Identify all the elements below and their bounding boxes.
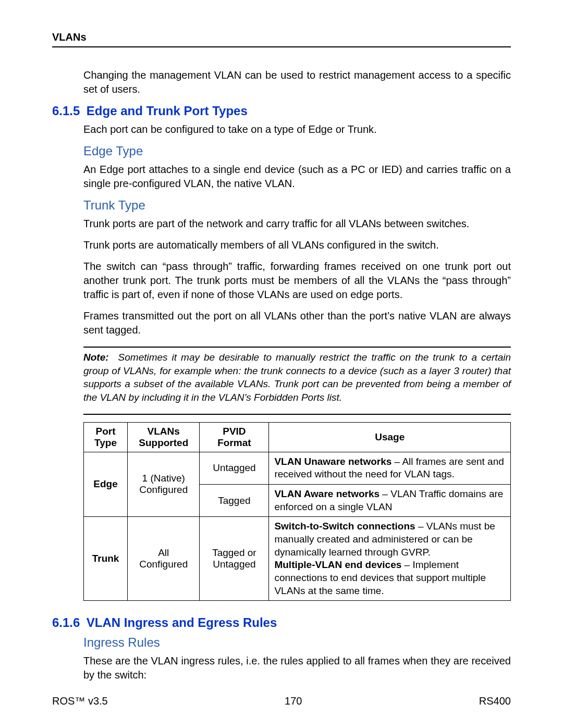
- section-number: 6.1.5: [52, 104, 80, 118]
- cell-trunk-vlans: All Configured: [128, 517, 200, 601]
- table-row: Trunk All Configured Tagged or Untagged …: [84, 517, 511, 601]
- section-number: 6.1.6: [52, 615, 80, 630]
- edge-type-title: Edge Type: [83, 144, 511, 158]
- trunk-vlans-l1: All: [158, 547, 169, 558]
- cell-edge-usage-1: VLAN Unaware networks – All frames are s…: [269, 452, 511, 484]
- table-row: Edge 1 (Native) Configured Untagged VLAN…: [84, 452, 511, 484]
- trunk-vlans-l2: Configured: [139, 559, 188, 570]
- cell-trunk-port: Trunk: [84, 517, 128, 601]
- section-6-1-6-heading: 6.1.6 VLAN Ingress and Egress Rules: [52, 615, 511, 630]
- trunk-usage2-bold: Multiple-VLAN end devices: [274, 559, 401, 570]
- cell-edge-usage-2: VLAN Aware networks – VLAN Traffic domai…: [269, 484, 511, 516]
- section-6-1-6-body: Ingress Rules These are the VLAN ingress…: [83, 635, 511, 682]
- th-usage: Usage: [269, 422, 511, 452]
- cell-edge-pvid-untagged: Untagged: [200, 452, 269, 484]
- page: VLANs Changing the management VLAN can b…: [0, 0, 563, 728]
- th-vlans-supported: VLANs Supported: [128, 422, 200, 452]
- note-rule-top: [83, 347, 511, 348]
- cell-trunk-usage: Switch-to-Switch connections – VLANs mus…: [269, 517, 511, 601]
- cell-edge-pvid-tagged: Tagged: [200, 484, 269, 516]
- trunk-type-p1: Trunk ports are part of the network and …: [83, 217, 511, 231]
- ingress-rules-p1: These are the VLAN ingress rules, i.e. t…: [83, 654, 511, 682]
- note-text: Sometimes it may be desirable to manuall…: [83, 352, 511, 403]
- trunk-type-title: Trunk Type: [83, 198, 511, 213]
- page-header-title: VLANs: [52, 31, 511, 43]
- table-header-row: Port Type VLANs Supported PVID Format Us…: [84, 422, 511, 452]
- section-6-1-5-heading: 6.1.5 Edge and Trunk Port Types: [52, 104, 511, 118]
- port-type-table: Port Type VLANs Supported PVID Format Us…: [83, 422, 511, 601]
- th-pvid-format: PVID Format: [200, 422, 269, 452]
- section-6-1-5-body: Each port can be configured to take on a…: [83, 122, 511, 601]
- section-title: VLAN Ingress and Egress Rules: [87, 615, 277, 630]
- page-footer: ROS™ v3.5 170 RS400: [52, 695, 511, 707]
- edge-port-label: Edge: [93, 478, 117, 489]
- edge-usage1-bold: VLAN Unaware networks: [274, 456, 391, 467]
- trunk-type-p3: The switch can “pass through” traffic, f…: [83, 260, 511, 302]
- cell-trunk-pvid: Tagged or Untagged: [200, 517, 269, 601]
- th-port-type: Port Type: [84, 422, 128, 452]
- trunk-usage1-bold: Switch-to-Switch connections: [274, 521, 415, 532]
- note-block: Note:Sometimes it may be desirable to ma…: [83, 351, 511, 404]
- trunk-port-label: Trunk: [92, 553, 119, 564]
- footer-center: 170: [285, 695, 302, 707]
- section-intro: Each port can be configured to take on a…: [83, 122, 511, 137]
- footer-right: RS400: [479, 695, 511, 707]
- section-title: Edge and Trunk Port Types: [87, 104, 248, 118]
- body: Changing the management VLAN can be used…: [83, 68, 511, 96]
- footer-left: ROS™ v3.5: [52, 695, 108, 707]
- header-rule: [52, 46, 511, 47]
- trunk-type-p4: Frames transmitted out the port on all V…: [83, 309, 511, 337]
- note-label: Note:: [83, 352, 109, 363]
- note-rule-bottom: [83, 414, 511, 415]
- cell-edge-port: Edge: [84, 452, 128, 517]
- edge-type-p1: An Edge port attaches to a single end de…: [83, 163, 511, 191]
- edge-vlans-l2: Configured: [139, 484, 188, 495]
- intro-paragraph: Changing the management VLAN can be used…: [83, 68, 511, 96]
- ingress-rules-title: Ingress Rules: [83, 635, 511, 650]
- edge-usage2-bold: VLAN Aware networks: [274, 488, 380, 499]
- edge-vlans-l1: 1 (Native): [142, 473, 185, 484]
- trunk-type-p2: Trunk ports are automatically members of…: [83, 238, 511, 252]
- cell-edge-vlans: 1 (Native) Configured: [128, 452, 200, 517]
